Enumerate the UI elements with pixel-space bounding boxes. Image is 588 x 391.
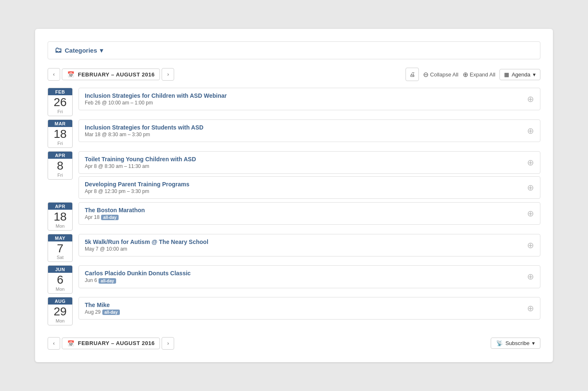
categories-label: Categories [65, 47, 97, 54]
event-title[interactable]: 5k Walk/Run for Autism @ The Neary Schoo… [85, 239, 208, 245]
folder-icon: 🗂 [55, 46, 62, 55]
main-container: 🗂 Categories ▾ ‹ 📅 FEBRUARY – AUGUST 201… [35, 29, 553, 362]
date-weekday: Mon [48, 287, 72, 293]
event-group: FEB26FriInclusion Strategies for Childre… [48, 88, 540, 116]
categories-button[interactable]: 🗂 Categories ▾ [55, 46, 103, 55]
date-month: MAY [48, 234, 72, 241]
event-title[interactable]: Inclusion Strategies for Students with A… [85, 124, 203, 131]
date-month: FEB [48, 88, 72, 95]
event-time: May 7 @ 10:00 am [85, 246, 208, 252]
event-time: Aug 29all-day [85, 309, 120, 315]
event-time: Apr 18all-day [85, 214, 145, 220]
collapse-all-button[interactable]: ⊖ Collapse All [423, 71, 459, 79]
event-item-content: 5k Walk/Run for Autism @ The Neary Schoo… [85, 239, 208, 252]
agenda-arrow-icon: ▾ [533, 71, 536, 78]
event-group: JUN6MonCarlos Placido Dunkin Donuts Clas… [48, 265, 540, 294]
event-time: Apr 8 @ 12:30 pm – 3:30 pm [85, 188, 190, 194]
date-month: APR [48, 152, 72, 159]
event-group: APR8FriToilet Training Young Children wi… [48, 151, 540, 199]
event-list: FEB26FriInclusion Strategies for Childre… [48, 88, 540, 329]
event-time: Feb 26 @ 10:00 am – 1:00 pm [85, 100, 227, 106]
date-range-button[interactable]: 📅 FEBRUARY – AUGUST 2016 [62, 69, 160, 80]
subscribe-button[interactable]: 📡 Subscribe ▾ [491, 338, 540, 349]
next-arrow-icon: › [167, 71, 169, 77]
bottom-prev-button[interactable]: ‹ [48, 337, 60, 350]
date-badge: MAR18Fri [48, 119, 73, 148]
events-column: The MikeAug 29all-day⊕ [79, 297, 540, 325]
expand-event-icon[interactable]: ⊕ [527, 272, 534, 282]
event-title[interactable]: The Mike [85, 302, 120, 308]
date-weekday: Mon [48, 223, 72, 230]
agenda-list-icon: ▦ [504, 71, 509, 78]
expand-all-button[interactable]: ⊕ Expand All [463, 71, 495, 79]
agenda-label: Agenda [512, 71, 530, 78]
subscribe-arrow-icon: ▾ [532, 340, 535, 346]
event-title[interactable]: Developing Parent Training Programs [85, 181, 190, 188]
date-weekday: Mon [48, 318, 72, 325]
bottom-prev-icon: ‹ [53, 340, 55, 346]
events-column: Toilet Training Young Children with ASDA… [79, 151, 540, 199]
expand-event-icon[interactable]: ⊕ [527, 303, 534, 313]
date-badge: MAY7Sat [48, 234, 73, 262]
event-time: Jun 6all-day [85, 277, 191, 283]
event-item-content: Toilet Training Young Children with ASDA… [85, 156, 196, 169]
event-group: APR18MonThe Boston MarathonApr 18all-day… [48, 202, 540, 231]
event-title[interactable]: Toilet Training Young Children with ASD [85, 156, 196, 162]
events-column: Inclusion Strategies for Students with A… [79, 119, 540, 148]
date-day: 26 [48, 95, 72, 109]
event-time: Apr 8 @ 8:30 am – 11:30 am [85, 163, 196, 169]
print-button[interactable]: 🖨 [406, 68, 419, 81]
event-item: The Boston MarathonApr 18all-day⊕ [79, 202, 540, 225]
navigation-bar: ‹ 📅 FEBRUARY – AUGUST 2016 › 🖨 ⊖ Collaps… [48, 68, 540, 81]
event-item-content: The MikeAug 29all-day [85, 302, 120, 315]
event-item-content: Inclusion Strategies for Students with A… [85, 124, 203, 137]
bottom-next-button[interactable]: › [162, 337, 174, 350]
event-item: Carlos Placido Dunkin Donuts ClassicJun … [79, 265, 540, 288]
agenda-button[interactable]: ▦ Agenda ▾ [499, 69, 540, 80]
date-weekday: Fri [48, 109, 72, 116]
print-icon: 🖨 [409, 71, 415, 78]
expand-event-icon[interactable]: ⊕ [527, 240, 534, 250]
date-month: APR [48, 203, 72, 210]
events-column: Carlos Placido Dunkin Donuts ClassicJun … [79, 265, 540, 294]
rss-icon: 📡 [496, 340, 503, 346]
event-group: MAY7Sat5k Walk/Run for Autism @ The Near… [48, 234, 540, 262]
bottom-nav-left: ‹ 📅 FEBRUARY – AUGUST 2016 › [48, 337, 174, 350]
bottom-date-range-button[interactable]: 📅 FEBRUARY – AUGUST 2016 [62, 338, 160, 349]
prev-month-button[interactable]: ‹ [48, 68, 60, 81]
event-group: AUG29MonThe MikeAug 29all-day⊕ [48, 297, 540, 325]
nav-right: 🖨 ⊖ Collapse All ⊕ Expand All ▦ Agenda ▾ [406, 68, 540, 81]
nav-left: ‹ 📅 FEBRUARY – AUGUST 2016 › [48, 68, 174, 81]
events-column: The Boston MarathonApr 18all-day⊕ [79, 202, 540, 231]
event-title[interactable]: Carlos Placido Dunkin Donuts Classic [85, 270, 191, 277]
date-badge: FEB26Fri [48, 88, 73, 116]
event-item-content: Developing Parent Training ProgramsApr 8… [85, 181, 190, 194]
events-column: 5k Walk/Run for Autism @ The Neary Schoo… [79, 234, 540, 262]
event-item-content: Inclusion Strategies for Children with A… [85, 92, 227, 106]
subscribe-label: Subscribe [505, 340, 530, 346]
expand-event-icon[interactable]: ⊕ [527, 126, 534, 136]
date-badge: AUG29Mon [48, 297, 73, 325]
all-day-badge: all-day [99, 278, 116, 284]
event-title[interactable]: Inclusion Strategies for Children with A… [85, 92, 227, 99]
date-month: AUG [48, 297, 72, 305]
events-column: Inclusion Strategies for Children with A… [79, 88, 540, 116]
event-title[interactable]: The Boston Marathon [85, 207, 145, 213]
expand-event-icon[interactable]: ⊕ [527, 208, 534, 218]
nav-date-range: FEBRUARY – AUGUST 2016 [78, 71, 155, 78]
bottom-next-icon: › [167, 340, 169, 346]
date-weekday: Fri [48, 141, 72, 147]
event-item: Toilet Training Young Children with ASDA… [79, 151, 540, 174]
event-time: Mar 18 @ 8:30 am – 3:30 pm [85, 132, 203, 137]
date-weekday: Fri [48, 173, 72, 179]
date-day: 29 [48, 305, 72, 318]
next-month-button[interactable]: › [162, 68, 174, 81]
expand-event-icon[interactable]: ⊕ [527, 183, 534, 193]
date-weekday: Sat [48, 255, 72, 262]
prev-arrow-icon: ‹ [53, 71, 55, 77]
expand-event-icon[interactable]: ⊕ [527, 157, 534, 168]
date-day: 7 [48, 241, 72, 255]
event-item: Developing Parent Training ProgramsApr 8… [79, 176, 540, 199]
expand-event-icon[interactable]: ⊕ [527, 94, 534, 104]
collapse-all-label: Collapse All [430, 71, 459, 78]
